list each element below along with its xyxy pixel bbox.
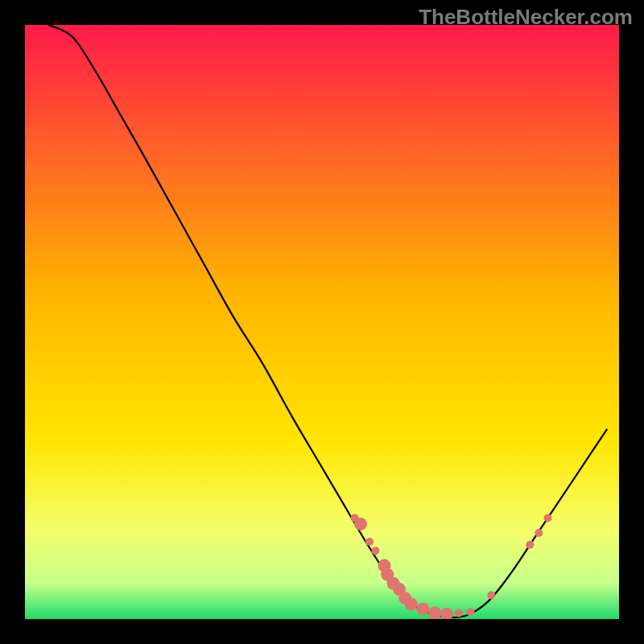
curve-marker xyxy=(526,541,534,549)
curve-marker xyxy=(416,602,429,615)
curve-marker xyxy=(354,518,367,530)
curve-marker xyxy=(487,591,495,599)
gradient-background xyxy=(25,25,619,619)
curve-marker xyxy=(428,607,441,619)
curve-marker xyxy=(365,538,374,546)
chart-area xyxy=(25,25,619,619)
bottleneck-chart xyxy=(25,25,619,619)
curve-marker xyxy=(455,609,463,617)
curve-marker xyxy=(535,529,543,537)
watermark-label: TheBottleNecker.com xyxy=(419,5,633,30)
curve-marker xyxy=(371,547,379,555)
curve-marker xyxy=(543,514,551,522)
curve-marker xyxy=(405,598,418,611)
curve-marker xyxy=(467,608,475,616)
